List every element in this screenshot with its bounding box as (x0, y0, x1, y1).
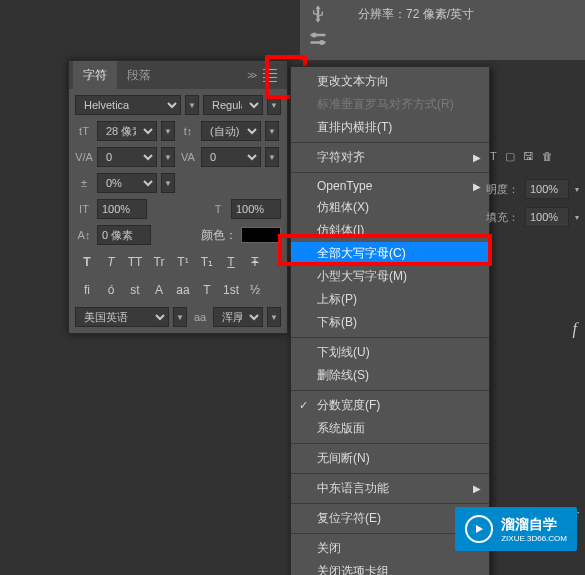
menu-item[interactable]: 仿粗体(X) (291, 196, 489, 219)
chevron-down-icon[interactable]: ▼ (265, 121, 279, 141)
fill-label: 填充： (486, 210, 519, 225)
baseline-shift-input[interactable]: 0% (97, 173, 157, 193)
menu-item[interactable]: OpenType▶ (291, 176, 489, 196)
tab-character[interactable]: 字符 (73, 61, 117, 90)
trash-icon[interactable]: 🗑 (542, 150, 553, 163)
leading-input[interactable]: (自动) (201, 121, 261, 141)
tab-paragraph[interactable]: 段落 (117, 61, 161, 90)
tracking-input[interactable]: 0 (201, 147, 261, 167)
hscale-icon: T (209, 200, 227, 218)
play-icon (465, 515, 493, 543)
chevron-down-icon[interactable]: ▼ (161, 147, 175, 167)
ordinals-button[interactable]: 1st (219, 279, 243, 301)
menu-item[interactable]: 全部大写字母(C) (291, 242, 489, 265)
sliders-icon[interactable] (308, 30, 328, 50)
chevron-down-icon[interactable]: ▼ (267, 95, 281, 115)
menu-item[interactable]: 更改文本方向 (291, 70, 489, 93)
font-size-input[interactable]: 28 像素 (97, 121, 157, 141)
type-tool-icon[interactable]: T (490, 150, 497, 163)
usb-icon (308, 4, 328, 24)
fractions-button[interactable]: ½ (243, 279, 267, 301)
type-style-row-1: T T TT Tr T¹ T₁ T Ŧ (75, 251, 281, 273)
kerning-icon: V/A (75, 148, 93, 166)
opacity-label: 明度： (486, 182, 519, 197)
checkmark-icon: ✓ (299, 399, 308, 412)
fill-input[interactable] (525, 207, 569, 227)
chevron-down-icon[interactable]: ▼ (173, 307, 187, 327)
menu-item[interactable]: 系统版面 (291, 417, 489, 440)
menu-separator (291, 142, 489, 143)
menu-item[interactable]: 中东语言功能▶ (291, 477, 489, 500)
collapse-arrows-icon[interactable]: >> (243, 70, 259, 81)
vscale-input[interactable] (97, 199, 147, 219)
menu-item[interactable]: 下标(B) (291, 311, 489, 334)
text-color-swatch[interactable] (241, 227, 281, 243)
chevron-down-icon[interactable]: ▼ (161, 173, 175, 193)
resolution-unit: 像素/英寸 (423, 7, 474, 21)
menu-item[interactable]: 删除线(S) (291, 364, 489, 387)
menu-separator (291, 443, 489, 444)
subscript-button[interactable]: T₁ (195, 251, 219, 273)
menu-item[interactable]: 仿斜体(I) (291, 219, 489, 242)
swash-button[interactable]: A (147, 279, 171, 301)
font-size-icon: tT (75, 122, 93, 140)
ligature-button[interactable]: fi (75, 279, 99, 301)
opacity-input[interactable] (525, 179, 569, 199)
underline-button[interactable]: T (219, 251, 243, 273)
rect-icon[interactable]: ▢ (505, 150, 515, 163)
panel-flyout-menu: 更改文本方向标准垂直罗马对齐方式(R)直排内横排(T)字符对齐▶OpenType… (290, 66, 490, 575)
menu-separator (291, 473, 489, 474)
submenu-arrow-icon: ▶ (473, 483, 481, 494)
panel-menu-button[interactable] (259, 63, 283, 87)
stylistic-button[interactable]: aa (171, 279, 195, 301)
chevron-down-icon[interactable]: ▼ (161, 121, 175, 141)
discretionary-button[interactable]: st (123, 279, 147, 301)
menu-item[interactable]: 分数宽度(F)✓ (291, 394, 489, 417)
kerning-input[interactable]: 0 (97, 147, 157, 167)
menu-item[interactable]: 下划线(U) (291, 341, 489, 364)
submenu-arrow-icon: ▶ (473, 181, 481, 192)
chevron-down-icon[interactable]: ▼ (267, 307, 281, 327)
strike-button[interactable]: Ŧ (243, 251, 267, 273)
baseline-shift-icon: ± (75, 174, 93, 192)
resolution-value: 72 (406, 7, 419, 21)
font-family-select[interactable]: Helvetica (75, 95, 181, 115)
menu-item[interactable]: 上标(P) (291, 288, 489, 311)
chevron-down-icon[interactable]: ▼ (265, 147, 279, 167)
italic-t-button[interactable]: T (99, 251, 123, 273)
antialias-select[interactable]: 浑厚 (213, 307, 263, 327)
alt-button[interactable]: ó (99, 279, 123, 301)
smallcaps-button[interactable]: Tr (147, 251, 171, 273)
menu-item[interactable]: 无间断(N) (291, 447, 489, 470)
bold-t-button[interactable]: T (75, 251, 99, 273)
chevron-down-icon[interactable]: ▾ (575, 213, 579, 222)
baseline-px-input[interactable] (97, 225, 151, 245)
resolution-label: 分辨率： (358, 7, 406, 21)
hscale-input[interactable] (231, 199, 281, 219)
vscale-icon: IT (75, 200, 93, 218)
font-style-select[interactable]: Regular (203, 95, 263, 115)
menu-separator (291, 503, 489, 504)
chevron-down-icon[interactable]: ▾ (575, 185, 579, 194)
baseline-px-icon: A↕ (75, 226, 93, 244)
svg-point-3 (319, 40, 324, 45)
fx-icon: f (573, 320, 577, 338)
allcaps-button[interactable]: TT (123, 251, 147, 273)
menu-item[interactable]: 字符对齐▶ (291, 146, 489, 169)
save-icon[interactable]: 🖫 (523, 150, 534, 163)
leading-icon: t↕ (179, 122, 197, 140)
superscript-button[interactable]: T¹ (171, 251, 195, 273)
svg-point-1 (312, 33, 317, 38)
chevron-down-icon[interactable]: ▼ (185, 95, 199, 115)
menu-item: 标准垂直罗马对齐方式(R) (291, 93, 489, 116)
menu-item[interactable]: 小型大写字母(M) (291, 265, 489, 288)
menu-item[interactable]: 直排内横排(T) (291, 116, 489, 139)
watermark-logo: 溜溜自学 ZIXUE.3D66.COM (455, 507, 577, 551)
logo-url: ZIXUE.3D66.COM (501, 534, 567, 543)
language-select[interactable]: 美国英语 (75, 307, 169, 327)
menu-separator (291, 390, 489, 391)
titling-button[interactable]: T (195, 279, 219, 301)
logo-title: 溜溜自学 (501, 516, 567, 534)
tracking-icon: VA (179, 148, 197, 166)
menu-item[interactable]: 关闭选项卡组 (291, 560, 489, 575)
